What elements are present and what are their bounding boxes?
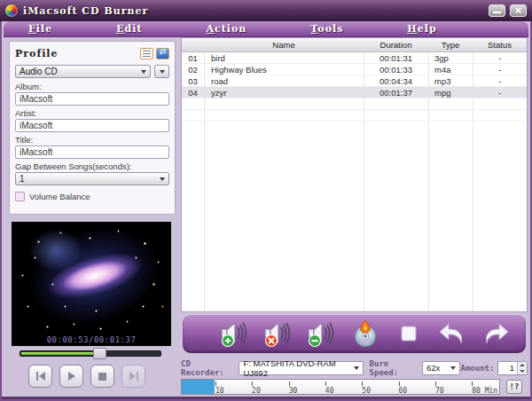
app-icon — [5, 4, 18, 17]
cd-recorder-dropdown[interactable]: F: MATSHITA DVD-RAM UJ892 — [239, 361, 363, 375]
redo-button[interactable] — [481, 319, 511, 348]
column-type[interactable]: Type — [428, 38, 473, 51]
artist-label: Artist: — [15, 108, 169, 118]
window-title: iMacsoft CD Burner — [23, 5, 484, 17]
table-row-selected[interactable]: 04 yzyr 00:01:37 mpg - — [182, 87, 527, 98]
chevron-up-icon — [520, 364, 525, 366]
column-status[interactable]: Status — [473, 38, 527, 51]
main-toolbar — [183, 314, 526, 353]
menu-help[interactable]: Help — [407, 23, 436, 35]
table-row[interactable]: 01 bird 00:01:31 3gp - — [182, 52, 527, 64]
menu-bar: File Edit Action Tools Help — [4, 21, 528, 37]
playlist-table: Name Duration Type Status 01 bird 00:01:… — [181, 37, 528, 312]
capacity-used-bar — [182, 380, 215, 394]
gap-dropdown[interactable]: 1 — [15, 172, 169, 185]
column-name[interactable]: Name — [204, 38, 364, 51]
table-row[interactable]: 03 road 00:04:34 mp3 - — [182, 75, 527, 87]
cd-recorder-label: CD Recorder: — [181, 359, 234, 377]
undo-button[interactable] — [437, 319, 467, 348]
menu-tools[interactable]: Tools — [310, 23, 343, 35]
previous-icon — [35, 372, 46, 381]
gap-label: Gap Between Songs(seconds): — [15, 161, 169, 171]
undo-arrow-icon — [438, 322, 466, 345]
seek-slider[interactable] — [20, 350, 161, 357]
title-label: Title: — [15, 135, 169, 145]
recorder-settings: CD Recorder: F: MATSHITA DVD-RAM UJ892 B… — [181, 360, 528, 375]
stop-icon — [98, 373, 106, 381]
app-window: iMacsoft CD Burner File Edit Action Tool… — [0, 0, 532, 401]
album-field[interactable]: iMacsoft — [15, 92, 169, 106]
speaker-plus-icon — [220, 319, 250, 348]
chevron-down-icon — [450, 366, 456, 370]
format-dropdown[interactable]: Audio CD — [15, 65, 151, 78]
menu-file[interactable]: File — [28, 23, 52, 35]
next-track-button[interactable] — [121, 365, 145, 388]
next-icon — [129, 372, 139, 381]
speaker-cross-icon — [263, 319, 293, 348]
column-duration[interactable]: Duration — [364, 38, 428, 51]
close-button[interactable] — [510, 4, 527, 17]
volume-balance-label: Volume Balance — [29, 192, 90, 201]
spinner-up-button[interactable] — [518, 362, 527, 368]
seek-progress — [21, 352, 97, 355]
profile-list-icon[interactable] — [140, 48, 153, 59]
profile-title: Profile — [15, 48, 137, 59]
chevron-down-icon — [354, 366, 359, 370]
playlist-header: Name Duration Type Status — [182, 38, 527, 52]
play-icon — [67, 372, 76, 381]
stop-icon — [400, 325, 418, 342]
transport-controls — [28, 365, 145, 388]
stop-burn-button[interactable] — [394, 319, 424, 348]
add-track-button[interactable] — [220, 319, 250, 348]
album-label: Album: — [15, 82, 169, 91]
play-button[interactable] — [59, 365, 83, 388]
profile-panel: Profile Audio CD Album: iMacsoft Artist:… — [9, 41, 176, 215]
title-field[interactable]: iMacsoft — [15, 145, 169, 159]
clear-track-button[interactable] — [307, 319, 337, 348]
burn-speed-dropdown[interactable]: 62x — [422, 361, 460, 375]
menu-edit[interactable]: Edit — [116, 23, 142, 35]
previous-track-button[interactable] — [28, 365, 52, 388]
minimize-button[interactable] — [489, 4, 505, 17]
volume-balance-checkbox[interactable] — [15, 192, 25, 201]
format-side-dropdown-button[interactable] — [154, 65, 169, 78]
playback-time: 00:00:53/00:01:37 — [12, 335, 171, 344]
spinner-down-button[interactable] — [518, 368, 527, 374]
capacity-ruler-row: 10 20 30 40 50 60 70 80 Min !? — [181, 379, 528, 395]
artist-field[interactable]: iMacsoft — [15, 119, 169, 132]
capacity-ruler: 10 20 30 40 50 60 70 80 Min — [181, 379, 500, 395]
remove-track-button[interactable] — [263, 319, 293, 348]
disc-info-button[interactable]: !? — [506, 380, 522, 394]
speaker-minus-icon — [307, 319, 337, 348]
chevron-down-icon — [520, 370, 525, 373]
stop-playback-button[interactable] — [90, 365, 114, 388]
amount-spinner[interactable]: 1 — [497, 361, 528, 375]
titlebar: iMacsoft CD Burner — [0, 0, 532, 21]
burn-button[interactable] — [350, 319, 380, 348]
menu-action[interactable]: Action — [207, 23, 247, 35]
amount-label: Amount: — [460, 364, 494, 373]
table-row[interactable]: 02 Highway Blues 00:01:33 m4a - — [182, 64, 527, 75]
seek-handle[interactable] — [93, 348, 106, 359]
chevron-down-icon — [160, 177, 165, 181]
burn-disc-flame-icon — [351, 319, 379, 348]
chevron-down-icon — [160, 70, 165, 74]
chevron-down-icon — [141, 70, 146, 74]
redo-arrow-icon — [481, 322, 510, 345]
video-preview: 00:00:53/00:01:37 — [12, 222, 171, 346]
profile-transfer-icon[interactable] — [156, 48, 169, 59]
burn-speed-label: Burn Speed: — [370, 359, 419, 377]
